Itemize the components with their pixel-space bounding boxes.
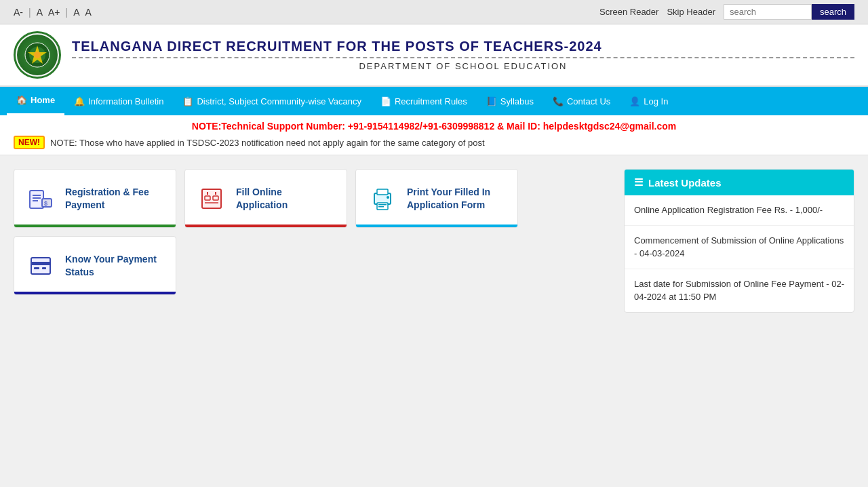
site-title: TELANGANA DIRECT RECRUITMENT FOR THE POS…	[72, 39, 854, 54]
svg-rect-5	[33, 195, 41, 196]
new-notice: NEW! NOTE: Those who have applied in TSD…	[14, 136, 854, 149]
card-fill-app[interactable]: Fill Online Application	[184, 169, 347, 228]
svg-rect-22	[31, 258, 50, 274]
top-bar: A- | A A+ | A A Screen Reader Skip Heade…	[0, 0, 868, 24]
payment-status-label: Know Your Payment Status	[65, 253, 165, 277]
svg-rect-23	[31, 262, 50, 265]
nav-vacancy[interactable]: 📋 District, Subject Community-wise Vacan…	[173, 88, 371, 115]
fill-app-label: Fill Online Application	[236, 186, 336, 210]
new-notice-text: NOTE: Those who have applied in TSDSC-20…	[50, 138, 485, 148]
payment-status-icon	[25, 250, 56, 281]
nav-login[interactable]: 👤 Log In	[620, 88, 677, 115]
payment-status-bar	[14, 292, 176, 294]
print-app-icon	[367, 183, 397, 214]
logo	[14, 31, 61, 79]
font-a1[interactable]: A	[73, 7, 79, 18]
svg-rect-17	[377, 189, 388, 195]
font-a2[interactable]: A	[85, 7, 91, 18]
reg-fee-icon: $	[25, 183, 56, 214]
doc-icon: 📄	[380, 96, 391, 106]
site-header: TELANGANA DIRECT RECRUITMENT FOR THE POS…	[0, 24, 868, 87]
svg-point-3	[34, 52, 41, 58]
card-reg-fee[interactable]: $ Registration & Fee Payment	[14, 169, 176, 228]
svg-rect-19	[378, 204, 387, 206]
nav-contact[interactable]: 📞 Contact Us	[543, 88, 620, 115]
user-icon: 👤	[629, 96, 640, 106]
font-normal[interactable]: A	[37, 7, 43, 18]
header-text: TELANGANA DIRECT RECRUITMENT FOR THE POS…	[72, 39, 854, 71]
reg-fee-label: Registration & Fee Payment	[65, 186, 165, 210]
svg-rect-20	[378, 206, 384, 208]
svg-rect-7	[33, 200, 38, 201]
card-print-app[interactable]: Print Your Filled In Application Form	[355, 169, 518, 228]
cards-area: $ Registration & Fee Payment	[14, 169, 613, 345]
search-input[interactable]	[724, 4, 812, 20]
search-box: search	[724, 4, 854, 20]
skip-header-link[interactable]: Skip Header	[667, 7, 715, 17]
svg-rect-4	[30, 191, 43, 208]
updates-header: ☰ Latest Updates	[625, 170, 854, 195]
svg-point-21	[387, 196, 389, 199]
notice-bar: NOTE:Technical Support Number: +91-91541…	[0, 115, 868, 155]
technical-support-notice: NOTE:Technical Support Number: +91-91541…	[14, 121, 854, 132]
nav-home[interactable]: 🏠 Home	[7, 87, 64, 115]
nav-rules[interactable]: 📄 Recruitment Rules	[371, 88, 477, 115]
update-item-0: Online Application Registration Fee Rs. …	[625, 195, 854, 226]
clipboard-icon: 📋	[182, 96, 193, 106]
svg-rect-24	[34, 267, 39, 269]
main-content: $ Registration & Fee Payment	[0, 155, 868, 359]
screen-reader-link[interactable]: Screen Reader	[599, 7, 658, 17]
svg-rect-6	[33, 197, 41, 199]
card-payment-status[interactable]: Know Your Payment Status	[14, 236, 176, 295]
fill-app-bar	[185, 225, 347, 227]
cards-row-2: Know Your Payment Status	[14, 236, 613, 295]
fill-app-icon	[196, 183, 226, 214]
phone-icon: 📞	[553, 96, 564, 106]
update-item-1: Commencement of Submission of Online App…	[625, 226, 854, 269]
font-increase[interactable]: A+	[48, 7, 60, 18]
top-right-links: Screen Reader Skip Header search	[599, 4, 854, 20]
site-subtitle: DEPARTMENT OF SCHOOL EDUCATION	[72, 61, 854, 71]
nav-info-bulletin[interactable]: 🔔 Information Bulletin	[64, 88, 173, 115]
list-icon: ☰	[634, 176, 643, 189]
print-app-label: Print Your Filled In Application Form	[407, 186, 507, 210]
updates-body: Online Application Registration Fee Rs. …	[625, 195, 854, 312]
bell-icon: 🔔	[74, 96, 85, 106]
book-icon: 📘	[486, 96, 497, 106]
latest-updates-panel: ☰ Latest Updates Online Application Regi…	[624, 169, 854, 313]
svg-text:$: $	[44, 200, 47, 207]
search-button[interactable]: search	[812, 4, 854, 20]
update-item-2: Last date for Submission of Online Fee P…	[625, 269, 854, 312]
font-controls: A- | A A+ | A A	[14, 7, 92, 18]
updates-title: Latest Updates	[648, 177, 722, 189]
print-app-bar	[356, 225, 517, 227]
svg-rect-25	[42, 267, 46, 269]
home-icon: 🏠	[16, 95, 27, 105]
reg-fee-bar	[14, 225, 176, 227]
main-nav: 🏠 Home 🔔 Information Bulletin 📋 District…	[0, 87, 868, 115]
font-decrease[interactable]: A-	[14, 7, 23, 18]
nav-syllabus[interactable]: 📘 Syllabus	[477, 88, 543, 115]
cards-row-1: $ Registration & Fee Payment	[14, 169, 613, 228]
new-badge: NEW!	[14, 136, 45, 149]
